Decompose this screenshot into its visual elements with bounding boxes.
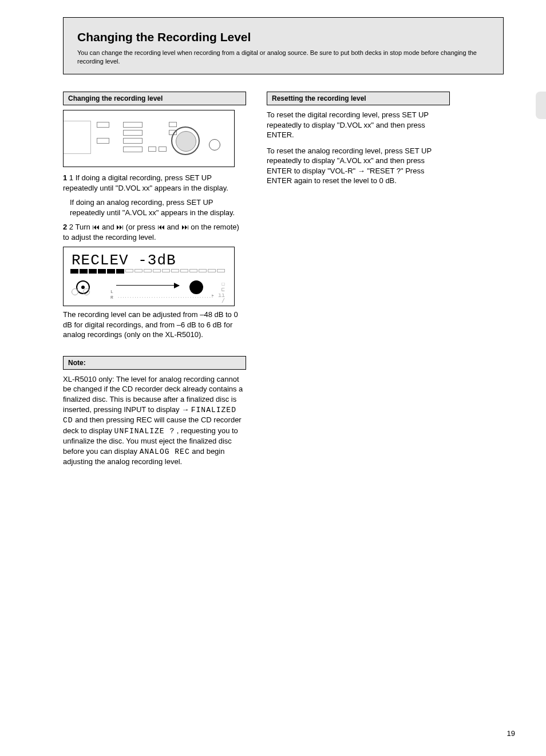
step-2-text-b: (or press — [124, 223, 157, 231]
page-tab — [536, 92, 546, 119]
prev-track-icon: ⏮ — [92, 223, 100, 231]
step-1a-text: 1 If doing a digital recording, press SE… — [63, 173, 228, 192]
right-arrow-icon: → — [181, 405, 189, 415]
disc-small-icon — [72, 288, 78, 295]
reset-analog-text: To reset the analog recording level, pre… — [267, 146, 450, 186]
reset-digital-text: To reset the digital recording level, pr… — [267, 110, 450, 140]
lcd-inline-2: UNFINALIZE ? — [114, 427, 175, 436]
left-column: Changing the recording level 1 1 If doin… — [63, 92, 246, 473]
next-track-icon: ⏭ — [181, 223, 189, 231]
lcd-display: RECLEV -3dB LR ·························… — [63, 247, 235, 306]
right-column: Resetting the recording level To reset t… — [267, 92, 450, 473]
lcd-side-glyphs: ☐⊏▸ ıı/ — [211, 282, 225, 304]
right-arrow-icon: → — [358, 166, 365, 176]
disc-small-icon — [83, 288, 90, 295]
step-2-text-a: 2 Turn — [69, 223, 92, 231]
prev-track-icon: ⏮ — [157, 223, 165, 231]
page-subtitle: You can change the recording level when … — [77, 49, 489, 66]
page-title: Changing the Recording Level — [77, 29, 489, 45]
lcd-meter: LR ·····································… — [110, 289, 213, 302]
title-box: Changing the Recording Level You can cha… — [63, 17, 504, 74]
note-rec-range: The recording level can be adjusted from… — [63, 310, 246, 340]
section-header-reset: Resetting the recording level — [267, 92, 450, 105]
lcd-progress-bars — [70, 269, 225, 274]
page-number: 19 — [507, 729, 515, 739]
step-1a: 1 1 If doing a digital recording, press … — [63, 173, 246, 193]
next-track-icon: ⏭ — [116, 223, 124, 231]
section-header-change-level: Changing the recording level — [63, 92, 246, 105]
step-1b: If doing an analog recording, press SET … — [63, 197, 246, 217]
lcd-inline-3: ANALOG REC — [140, 448, 190, 456]
step-2: 2 2 Turn ⏮ and ⏭ (or press ⏮ and ⏭ on th… — [63, 222, 246, 242]
arrow-icon — [116, 285, 179, 286]
device-illustration — [63, 110, 235, 167]
section-header-note: Note: — [63, 356, 246, 370]
lcd-main-text: RECLEV -3dB — [72, 251, 176, 271]
note-finalized: XL-R5010 only: The level for analog reco… — [63, 374, 246, 467]
